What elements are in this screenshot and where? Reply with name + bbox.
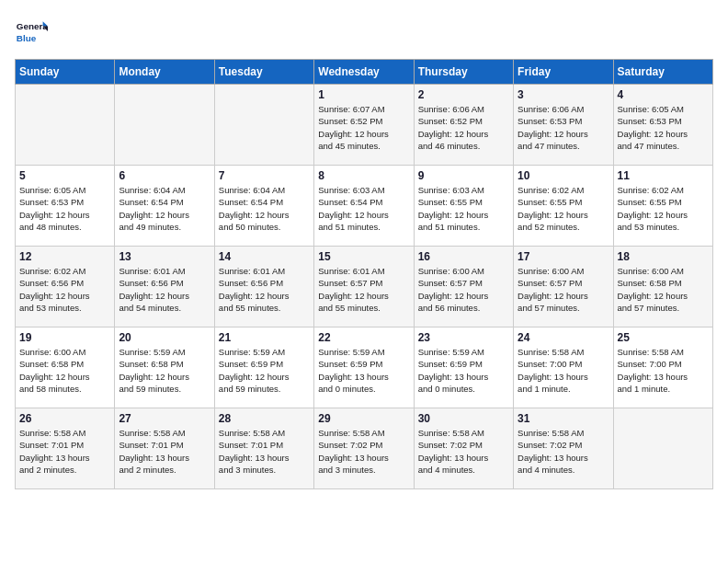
calendar-week-row: 5Sunrise: 6:05 AM Sunset: 6:53 PM Daylig…: [16, 166, 713, 247]
day-number: 13: [119, 250, 210, 263]
day-info: Sunrise: 5:59 AM Sunset: 6:58 PM Dayligh…: [119, 346, 210, 395]
day-info: Sunrise: 5:59 AM Sunset: 6:59 PM Dayligh…: [418, 346, 509, 395]
weekday-header-cell: Saturday: [613, 60, 712, 85]
day-number: 22: [318, 331, 409, 344]
weekday-header-row: SundayMondayTuesdayWednesdayThursdayFrid…: [16, 60, 713, 85]
day-number: 29: [318, 412, 409, 425]
calendar-day-cell: 31Sunrise: 5:58 AM Sunset: 7:02 PM Dayli…: [514, 408, 613, 489]
day-info: Sunrise: 5:58 AM Sunset: 7:02 PM Dayligh…: [518, 427, 609, 476]
calendar-day-cell: 13Sunrise: 6:01 AM Sunset: 6:56 PM Dayli…: [115, 247, 214, 327]
day-number: 11: [618, 169, 709, 182]
day-number: 27: [119, 412, 210, 425]
weekday-header-cell: Friday: [514, 60, 613, 85]
day-info: Sunrise: 6:06 AM Sunset: 6:53 PM Dayligh…: [518, 103, 609, 152]
calendar-day-cell: [16, 85, 115, 166]
calendar-day-cell: 14Sunrise: 6:01 AM Sunset: 6:56 PM Dayli…: [214, 247, 313, 327]
calendar-day-cell: 5Sunrise: 6:05 AM Sunset: 6:53 PM Daylig…: [16, 166, 115, 247]
day-number: 24: [518, 331, 609, 344]
day-info: Sunrise: 6:02 AM Sunset: 6:55 PM Dayligh…: [518, 184, 609, 233]
calendar-day-cell: 28Sunrise: 5:58 AM Sunset: 7:01 PM Dayli…: [214, 408, 313, 489]
day-number: 18: [618, 250, 709, 263]
day-info: Sunrise: 6:01 AM Sunset: 6:56 PM Dayligh…: [219, 265, 310, 314]
calendar-day-cell: 10Sunrise: 6:02 AM Sunset: 6:55 PM Dayli…: [514, 166, 613, 247]
weekday-header-cell: Tuesday: [214, 60, 313, 85]
calendar-day-cell: 1Sunrise: 6:07 AM Sunset: 6:52 PM Daylig…: [314, 85, 414, 166]
day-info: Sunrise: 6:05 AM Sunset: 6:53 PM Dayligh…: [19, 184, 110, 233]
weekday-header-cell: Wednesday: [314, 60, 414, 85]
calendar-table: SundayMondayTuesdayWednesdayThursdayFrid…: [15, 59, 713, 489]
day-info: Sunrise: 6:00 AM Sunset: 6:57 PM Dayligh…: [518, 265, 609, 314]
day-number: 20: [119, 331, 210, 344]
day-number: 28: [219, 412, 310, 425]
day-info: Sunrise: 5:58 AM Sunset: 7:02 PM Dayligh…: [418, 427, 509, 476]
day-info: Sunrise: 6:07 AM Sunset: 6:52 PM Dayligh…: [318, 103, 409, 152]
day-number: 6: [119, 169, 210, 182]
calendar-day-cell: 21Sunrise: 5:59 AM Sunset: 6:59 PM Dayli…: [214, 327, 313, 408]
calendar-day-cell: [214, 85, 313, 166]
day-info: Sunrise: 5:59 AM Sunset: 6:59 PM Dayligh…: [219, 346, 310, 395]
day-info: Sunrise: 6:01 AM Sunset: 6:56 PM Dayligh…: [119, 265, 210, 314]
day-number: 25: [618, 331, 709, 344]
calendar-day-cell: 16Sunrise: 6:00 AM Sunset: 6:57 PM Dayli…: [414, 247, 513, 327]
day-number: 14: [219, 250, 310, 263]
day-number: 21: [219, 331, 310, 344]
calendar-day-cell: 19Sunrise: 6:00 AM Sunset: 6:58 PM Dayli…: [16, 327, 115, 408]
day-number: 30: [418, 412, 509, 425]
calendar-day-cell: 3Sunrise: 6:06 AM Sunset: 6:53 PM Daylig…: [514, 85, 613, 166]
calendar-day-cell: 8Sunrise: 6:03 AM Sunset: 6:54 PM Daylig…: [314, 166, 414, 247]
weekday-header-cell: Sunday: [16, 60, 115, 85]
day-info: Sunrise: 5:58 AM Sunset: 7:02 PM Dayligh…: [318, 427, 409, 476]
calendar-day-cell: 23Sunrise: 5:59 AM Sunset: 6:59 PM Dayli…: [414, 327, 513, 408]
calendar-day-cell: 6Sunrise: 6:04 AM Sunset: 6:54 PM Daylig…: [115, 166, 214, 247]
calendar-week-row: 1Sunrise: 6:07 AM Sunset: 6:52 PM Daylig…: [16, 85, 713, 166]
day-info: Sunrise: 5:58 AM Sunset: 7:01 PM Dayligh…: [119, 427, 210, 476]
calendar-week-row: 26Sunrise: 5:58 AM Sunset: 7:01 PM Dayli…: [16, 408, 713, 489]
day-number: 15: [318, 250, 409, 263]
day-number: 16: [418, 250, 509, 263]
day-info: Sunrise: 6:00 AM Sunset: 6:58 PM Dayligh…: [618, 265, 709, 314]
day-number: 7: [219, 169, 310, 182]
calendar-day-cell: [115, 85, 214, 166]
day-number: 8: [318, 169, 409, 182]
calendar-week-row: 19Sunrise: 6:00 AM Sunset: 6:58 PM Dayli…: [16, 327, 713, 408]
day-info: Sunrise: 6:03 AM Sunset: 6:54 PM Dayligh…: [318, 184, 409, 233]
calendar-day-cell: 17Sunrise: 6:00 AM Sunset: 6:57 PM Dayli…: [514, 247, 613, 327]
day-info: Sunrise: 6:04 AM Sunset: 6:54 PM Dayligh…: [219, 184, 310, 233]
calendar-day-cell: 27Sunrise: 5:58 AM Sunset: 7:01 PM Dayli…: [115, 408, 214, 489]
day-info: Sunrise: 6:00 AM Sunset: 6:58 PM Dayligh…: [19, 346, 110, 395]
day-info: Sunrise: 5:58 AM Sunset: 7:01 PM Dayligh…: [219, 427, 310, 476]
day-info: Sunrise: 5:58 AM Sunset: 7:00 PM Dayligh…: [618, 346, 709, 395]
calendar-day-cell: 18Sunrise: 6:00 AM Sunset: 6:58 PM Dayli…: [613, 247, 712, 327]
day-info: Sunrise: 6:02 AM Sunset: 6:56 PM Dayligh…: [19, 265, 110, 314]
calendar-day-cell: 12Sunrise: 6:02 AM Sunset: 6:56 PM Dayli…: [16, 247, 115, 327]
weekday-header-cell: Thursday: [414, 60, 513, 85]
page-header: General Blue: [15, 15, 713, 48]
calendar-day-cell: [613, 408, 712, 489]
day-number: 4: [618, 88, 709, 101]
day-number: 1: [318, 88, 409, 101]
day-number: 19: [19, 331, 110, 344]
logo-icon: General Blue: [15, 15, 48, 48]
day-info: Sunrise: 6:03 AM Sunset: 6:55 PM Dayligh…: [418, 184, 509, 233]
logo: General Blue: [15, 15, 51, 48]
calendar-day-cell: 25Sunrise: 5:58 AM Sunset: 7:00 PM Dayli…: [613, 327, 712, 408]
calendar-body: 1Sunrise: 6:07 AM Sunset: 6:52 PM Daylig…: [16, 85, 713, 489]
calendar-day-cell: 29Sunrise: 5:58 AM Sunset: 7:02 PM Dayli…: [314, 408, 414, 489]
day-info: Sunrise: 6:02 AM Sunset: 6:55 PM Dayligh…: [618, 184, 709, 233]
calendar-day-cell: 15Sunrise: 6:01 AM Sunset: 6:57 PM Dayli…: [314, 247, 414, 327]
calendar-day-cell: 20Sunrise: 5:59 AM Sunset: 6:58 PM Dayli…: [115, 327, 214, 408]
svg-text:Blue: Blue: [17, 33, 37, 43]
day-number: 10: [518, 169, 609, 182]
day-number: 9: [418, 169, 509, 182]
day-info: Sunrise: 6:05 AM Sunset: 6:53 PM Dayligh…: [618, 103, 709, 152]
day-number: 31: [518, 412, 609, 425]
day-info: Sunrise: 5:58 AM Sunset: 7:01 PM Dayligh…: [19, 427, 110, 476]
day-info: Sunrise: 6:01 AM Sunset: 6:57 PM Dayligh…: [318, 265, 409, 314]
day-info: Sunrise: 6:00 AM Sunset: 6:57 PM Dayligh…: [418, 265, 509, 314]
calendar-day-cell: 24Sunrise: 5:58 AM Sunset: 7:00 PM Dayli…: [514, 327, 613, 408]
calendar-day-cell: 30Sunrise: 5:58 AM Sunset: 7:02 PM Dayli…: [414, 408, 513, 489]
day-info: Sunrise: 5:58 AM Sunset: 7:00 PM Dayligh…: [518, 346, 609, 395]
calendar-day-cell: 9Sunrise: 6:03 AM Sunset: 6:55 PM Daylig…: [414, 166, 513, 247]
calendar-day-cell: 4Sunrise: 6:05 AM Sunset: 6:53 PM Daylig…: [613, 85, 712, 166]
day-number: 2: [418, 88, 509, 101]
